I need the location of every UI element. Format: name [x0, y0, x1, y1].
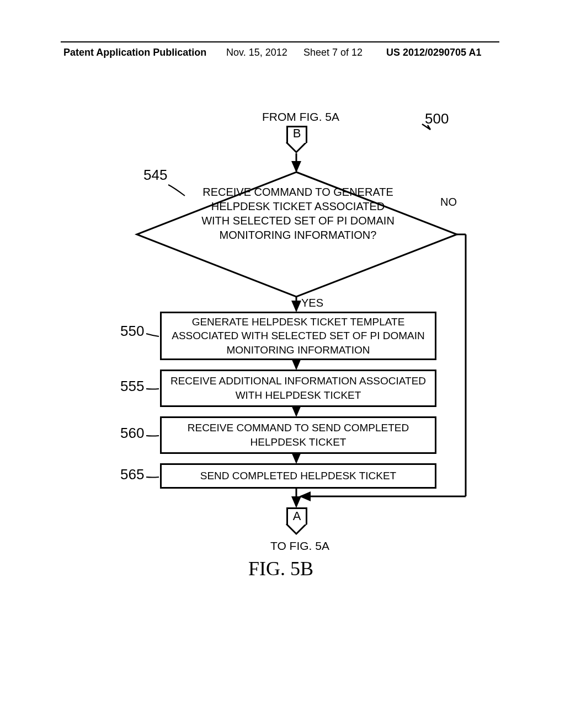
- connector-b-label: B: [293, 126, 301, 140]
- process-step-560: RECEIVE COMMAND TO SEND COMPLETED HELPDE…: [160, 416, 436, 454]
- connector-a: A: [286, 507, 307, 524]
- decision-text: RECEIVE COMMAND TO GENERATE HELPDESK TIC…: [199, 185, 397, 242]
- reference-numeral-550: 550: [120, 323, 144, 340]
- decision-no-label: NO: [440, 196, 457, 208]
- process-step-555: RECEIVE ADDITIONAL INFORMATION ASSOCIATE…: [160, 370, 436, 407]
- connector-a-label: A: [293, 509, 301, 523]
- reference-numeral-555: 555: [120, 378, 144, 395]
- process-step-560-text: RECEIVE COMMAND TO SEND COMPLETED HELPDE…: [162, 421, 435, 449]
- header-pub-number: US 2012/0290705 A1: [386, 47, 481, 58]
- reference-numeral-560: 560: [120, 425, 144, 442]
- connector-b: B: [286, 126, 307, 143]
- page-header: Patent Application Publication Nov. 15, …: [0, 47, 565, 63]
- process-step-550-text: GENERATE HELPDESK TICKET TEMPLATE ASSOCI…: [162, 315, 435, 357]
- reference-numeral-500: 500: [425, 110, 449, 127]
- process-step-565-text: SEND COMPLETED HELPDESK TICKET: [200, 469, 396, 483]
- to-figure-label: TO FIG. 5A: [270, 539, 329, 553]
- decision-yes-label: YES: [301, 297, 323, 309]
- process-step-550: GENERATE HELPDESK TICKET TEMPLATE ASSOCI…: [160, 312, 436, 360]
- header-publication-type: Patent Application Publication: [63, 47, 206, 58]
- from-figure-label: FROM FIG. 5A: [262, 110, 339, 124]
- reference-numeral-565: 565: [120, 466, 144, 483]
- flowchart-canvas: FROM FIG. 5A 500: [83, 99, 480, 596]
- header-date: Nov. 15, 2012: [226, 47, 287, 58]
- figure-title: FIG. 5B: [248, 557, 313, 580]
- header-rule: [61, 41, 499, 42]
- reference-numeral-545: 545: [143, 167, 167, 184]
- process-step-555-text: RECEIVE ADDITIONAL INFORMATION ASSOCIATE…: [162, 374, 435, 402]
- header-sheet: Sheet 7 of 12: [303, 47, 363, 58]
- process-step-565: SEND COMPLETED HELPDESK TICKET: [160, 463, 436, 489]
